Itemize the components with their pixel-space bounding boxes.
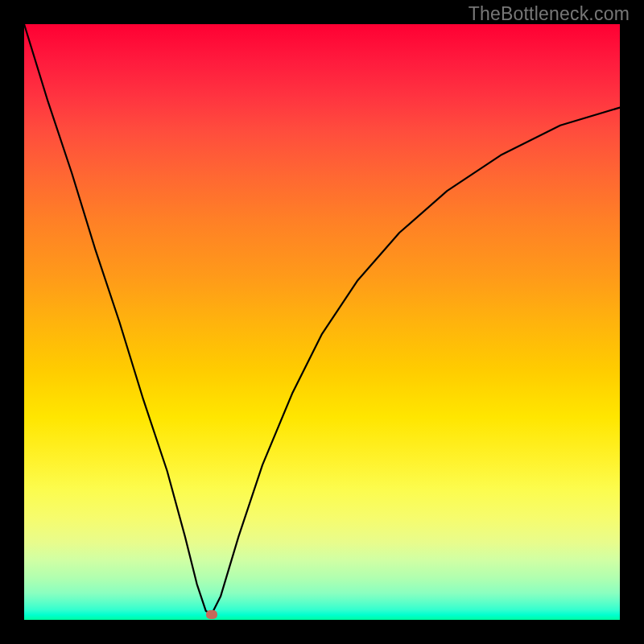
plot-area [24,24,620,620]
curve-svg [24,24,620,620]
chart-frame: TheBottleneck.com [0,0,644,644]
bottleneck-curve [24,24,620,614]
minimum-marker [206,610,217,619]
watermark-text: TheBottleneck.com [469,3,630,25]
